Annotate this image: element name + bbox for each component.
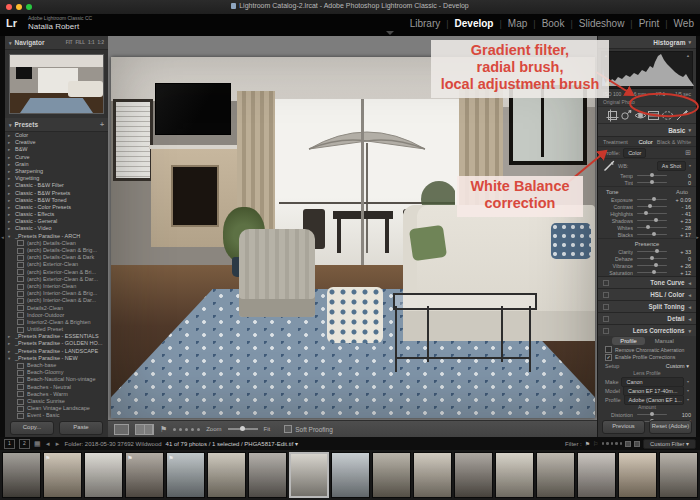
zoom-slider[interactable] [228, 428, 258, 430]
filmstrip-thumbnail[interactable] [495, 452, 534, 498]
spot-removal-tool[interactable] [620, 109, 633, 122]
preset-group-curve[interactable]: ▸Curve [5, 154, 108, 161]
slider-knob[interactable] [644, 211, 648, 215]
navigator-zoom-option[interactable]: 1:1 [88, 40, 95, 45]
preset-group--presets-paradise-essentials[interactable]: ▸_Presets Paradise - ESSENTIALS [5, 333, 108, 340]
preset-item--arch-details-clean-dark[interactable]: (arch) Details-Clean & Dark [5, 254, 108, 261]
preset-item-beach-gloomy[interactable]: Beach-Gloomy [5, 369, 108, 376]
filter-rating-dot[interactable] [602, 442, 605, 445]
preset-item-beaches-neutral[interactable]: Beaches - Neutral [5, 384, 108, 391]
slider-knob[interactable] [650, 412, 654, 416]
slider-track[interactable] [637, 414, 667, 416]
preset-item-event-basic[interactable]: Event - Basic [5, 412, 108, 419]
treatment-color-option[interactable]: Color [638, 139, 652, 145]
preset-item-interior2-clean-brighten[interactable]: Interior2-Clean & Brighten [5, 319, 108, 326]
before-after-view-icon[interactable] [135, 424, 154, 435]
highlight-clipping-indicator[interactable]: ▲ [686, 53, 690, 58]
slider-knob[interactable] [655, 249, 659, 253]
preset-group-b-w[interactable]: ▸B&W [5, 146, 108, 153]
slider-track[interactable] [637, 182, 667, 184]
preset-group-grain[interactable]: ▸Grain [5, 161, 108, 168]
profile-dropdown[interactable]: Color [623, 148, 646, 158]
crop-overlay-tool[interactable] [606, 109, 619, 122]
filmstrip-thumbnail[interactable] [577, 452, 616, 498]
preset-group-classic-b-w-filter[interactable]: ▸Classic - B&W Filter [5, 182, 108, 189]
preset-group--presets-paradise-new[interactable]: ▾_Presets Paradise - NEW [5, 355, 108, 362]
filter-color-label[interactable] [625, 441, 631, 447]
soft-proofing-checkbox[interactable] [284, 425, 292, 433]
filmstrip-thumbnail[interactable] [618, 452, 657, 498]
panel-header-detail[interactable]: Detail◂ [598, 312, 696, 324]
rating-dots[interactable] [173, 428, 200, 431]
panel-toggle-icon[interactable] [603, 328, 609, 334]
preset-item-classic-sunrise[interactable]: Classic Sunrise [5, 398, 108, 405]
reset-button[interactable]: Reset (Adobe) [649, 420, 692, 434]
preset-group-classic-b-w-toned[interactable]: ▸Classic - B&W Toned [5, 197, 108, 204]
preset-group-classic-effects[interactable]: ▸Classic - Effects [5, 211, 108, 218]
graduated-filter-tool[interactable] [647, 109, 660, 122]
filmstrip-thumbnail[interactable]: ⚑ [43, 452, 82, 498]
slider-track[interactable] [637, 199, 667, 201]
slider-track[interactable] [637, 251, 667, 253]
filter-flag-icon[interactable]: ⚑ [585, 440, 590, 447]
slider-knob[interactable] [646, 225, 650, 229]
panel-header-split-toning[interactable]: Split Toning◂ [598, 300, 696, 312]
panel-toggle-icon[interactable] [603, 316, 609, 322]
filter-color-label[interactable] [634, 441, 640, 447]
next-photo-arrow[interactable]: ► [55, 441, 61, 447]
filmstrip-thumbnail[interactable] [248, 452, 287, 498]
rating-dot[interactable] [179, 428, 182, 431]
preset-group-creative[interactable]: ▸Creative [5, 139, 108, 146]
slider-track[interactable] [637, 213, 667, 215]
wb-dropdown[interactable]: As Shot [657, 161, 686, 171]
top-panel-collapse-arrow[interactable] [386, 31, 394, 35]
presets-panel-header[interactable]: ▾ Presets + [5, 118, 108, 132]
preset-item--arch-details-clean-brig-[interactable]: (arch) Details-Clean & Brig... [5, 247, 108, 254]
preset-group--presets-paradise-arch[interactable]: ▾_Presets Paradise - ARCH [5, 233, 108, 240]
panel-toggle-icon[interactable] [603, 304, 609, 310]
treatment-bw-option[interactable]: Black & White [657, 139, 691, 145]
slider-knob[interactable] [648, 204, 652, 208]
filmstrip-thumbnail[interactable]: ⚑ [125, 452, 164, 498]
fit-label[interactable]: Fit [264, 426, 271, 432]
filter-rating-dot[interactable] [606, 442, 609, 445]
radial-filter-tool[interactable] [661, 109, 674, 122]
adjustment-brush-tool[interactable] [675, 109, 688, 122]
navigator-zoom-option[interactable]: FILL [75, 40, 85, 45]
preset-item-details2-clean[interactable]: Details2-Clean [5, 305, 108, 312]
preset-group-classic-b-w-presets[interactable]: ▸Classic - B&W Presets [5, 190, 108, 197]
white-balance-eyedropper-icon[interactable] [603, 160, 615, 172]
add-preset-button[interactable]: + [100, 121, 104, 128]
preset-item-beach-base[interactable]: Beach-base [5, 362, 108, 369]
panel-header-hsl-color[interactable]: HSL / Color◂ [598, 288, 696, 300]
filmstrip-thumbnail[interactable] [84, 452, 123, 498]
slider-track[interactable] [637, 272, 667, 274]
module-web[interactable]: Web [674, 18, 694, 29]
checkbox-remove-chromatic-aberration[interactable]: Remove Chromatic Aberration [598, 346, 696, 354]
lens-profile-dropdown[interactable]: Adobe (Canon EF 1... [624, 395, 684, 405]
slider-knob[interactable] [652, 270, 656, 274]
preset-item-beach-nautical-non-vintage[interactable]: Beach-Nautical Non-vintage [5, 376, 108, 383]
setup-dropdown[interactable]: Custom ▾ [666, 363, 689, 369]
module-slideshow[interactable]: Slideshow [579, 18, 625, 29]
preset-group-classic-general[interactable]: ▸Classic - General [5, 218, 108, 225]
preset-group-color[interactable]: ▸Color [5, 132, 108, 139]
slider-knob[interactable] [650, 173, 654, 177]
lens-corrections-panel-header[interactable]: Lens Corrections ▾ [598, 324, 696, 336]
lens-tab-manual[interactable]: Manual [647, 337, 682, 345]
slider-knob[interactable] [654, 263, 658, 267]
filmstrip-thumbnail[interactable] [454, 452, 493, 498]
slider-knob[interactable] [652, 232, 656, 236]
main-photo[interactable] [111, 57, 595, 418]
filmstrip-thumbnail[interactable] [2, 452, 41, 498]
checkbox-icon[interactable] [605, 346, 612, 353]
profile-browser-icon[interactable]: ⊞ [685, 149, 691, 157]
slider-track[interactable] [637, 265, 667, 267]
navigator-panel-header[interactable]: ▾ Navigator FITFILL1:11:2 [5, 36, 108, 50]
filter-unflag-icon[interactable]: ⚐ [593, 440, 598, 447]
navigator-zoom-option[interactable]: FIT [66, 40, 73, 45]
preset-item--arch-details-clean[interactable]: (arch) Details-Clean [5, 240, 108, 247]
preset-item-clean-vintage-landscape[interactable]: Clean Vintage Landscape [5, 405, 108, 412]
slider-track[interactable] [637, 220, 667, 222]
filmstrip-thumbnail[interactable] [659, 452, 698, 498]
